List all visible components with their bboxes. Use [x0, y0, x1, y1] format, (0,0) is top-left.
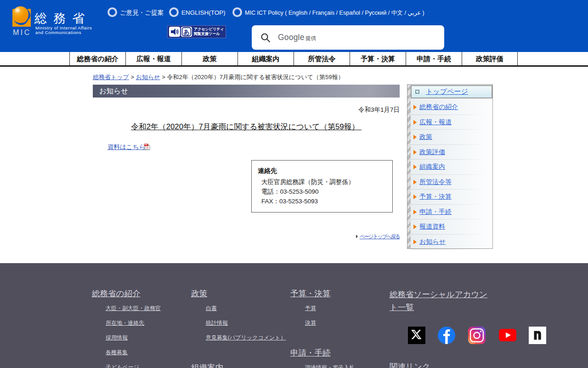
svg-text:PDF: PDF	[144, 144, 148, 146]
svg-text:あ: あ	[183, 29, 189, 35]
